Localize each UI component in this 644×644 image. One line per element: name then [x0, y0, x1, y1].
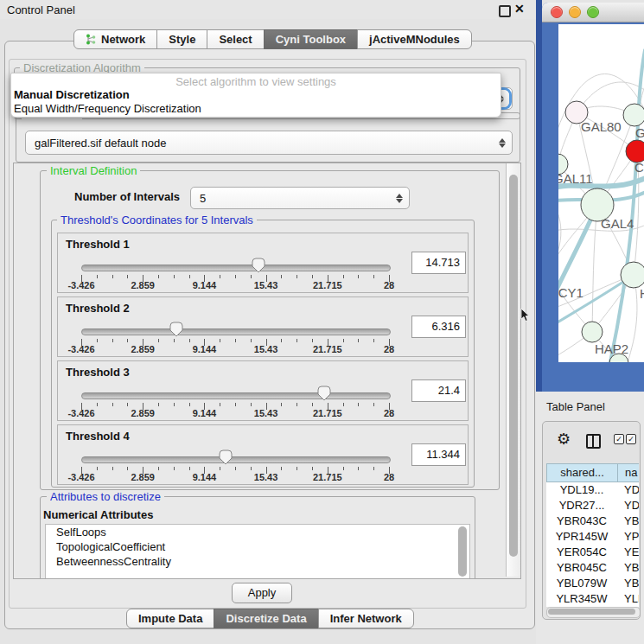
threshold-value-field[interactable]: 6.316	[411, 316, 466, 338]
apply-button[interactable]: Apply	[232, 583, 292, 603]
threshold-value-field[interactable]: 14.713	[411, 252, 466, 274]
tab-infer-network[interactable]: Infer Network	[318, 609, 414, 628]
slider-tick	[343, 403, 344, 406]
tab-discretize-data[interactable]: Discretize Data	[214, 609, 318, 628]
network-canvas[interactable]: GAL80GALCGAL11GAL4GCY1HHAP2	[558, 24, 644, 362]
slider-tick	[158, 403, 159, 406]
gear-icon[interactable]: ⚙	[557, 431, 571, 447]
threshold-slider-track[interactable]	[81, 265, 391, 271]
slider-tick	[281, 467, 282, 470]
table-cell: YER0	[617, 545, 639, 560]
tab-label: Select	[219, 33, 252, 46]
checkbox-icon[interactable]: ✓	[626, 434, 636, 444]
threshold-slider-track[interactable]	[81, 328, 391, 335]
column-view-icon[interactable]	[586, 434, 601, 449]
slider-tick	[97, 275, 98, 278]
slider-tick	[373, 339, 374, 342]
tab-jactivemnodules[interactable]: jActiveMNodules	[357, 29, 472, 49]
numerical-attributes-list[interactable]: SelfLoopsTopologicalCoefficientBetweenne…	[45, 524, 470, 579]
slider-tick	[358, 339, 359, 342]
combo-stepper-icon[interactable]	[496, 138, 508, 148]
attributes-group-title: Attributes to discretize	[47, 490, 164, 503]
close-traffic-light-icon[interactable]	[551, 6, 563, 18]
table-row[interactable]: YDR27...YDR2	[546, 498, 639, 513]
checkbox-icon[interactable]: ✓	[614, 434, 624, 444]
table-row[interactable]: YLR345WYLR3	[546, 591, 639, 607]
algorithm-option[interactable]: Manual Discretization	[14, 88, 130, 101]
combo-stepper-icon[interactable]	[393, 194, 405, 203]
table-horizontal-scrollbar[interactable]	[546, 607, 641, 618]
slider-tick	[97, 339, 98, 342]
threshold-slider-track[interactable]	[81, 392, 391, 399]
threshold-slider-track[interactable]	[81, 456, 391, 463]
scrollbar-thumb[interactable]	[548, 609, 635, 615]
threshold-box: Threshold 3-3.4262.8599.14415.4321.71528…	[57, 360, 469, 421]
slider-tick-label: -3.426	[67, 280, 94, 290]
table-cell: YLR345W	[546, 591, 617, 607]
slider-tick	[373, 467, 374, 470]
slider-tick	[373, 403, 374, 406]
network-edge[interactable]	[558, 197, 561, 274]
zoom-traffic-light-icon[interactable]	[587, 6, 599, 18]
table-cell: YDR2	[617, 498, 639, 513]
slider-tick	[97, 403, 98, 406]
network-edge[interactable]	[592, 205, 597, 332]
table-row[interactable]: YBR045CYBR0	[546, 560, 639, 576]
table-header-cell[interactable]: shared...	[546, 463, 618, 482]
float-window-icon[interactable]	[499, 5, 511, 17]
tab-label: Style	[169, 33, 195, 46]
table-data-combobox[interactable]: galFiltered.sif default node	[25, 131, 513, 155]
network-thick-edge[interactable]	[610, 50, 644, 362]
slider-tick	[174, 275, 175, 278]
slider-tick	[112, 403, 113, 406]
slider-tick	[235, 403, 236, 406]
close-icon[interactable]: ✕	[514, 2, 525, 16]
slider-tick-label: 15.43	[254, 280, 278, 290]
interval-definition-group: Interval Definition Number of Intervals …	[40, 170, 500, 490]
attribute-list-scrollbar[interactable]	[458, 526, 467, 577]
minimize-traffic-light-icon[interactable]	[569, 6, 581, 18]
tab-cyni-toolbox[interactable]: Cyni Toolbox	[264, 29, 358, 49]
network-node[interactable]	[582, 322, 603, 342]
table-row[interactable]: YDL19...YDL1	[546, 482, 639, 498]
attribute-list-item[interactable]: SelfLoops	[46, 525, 469, 539]
tab-network[interactable]: Network	[73, 29, 157, 49]
slider-tick-label: 21.715	[313, 344, 342, 354]
network-graph: GAL80GALCGAL11GAL4GCY1HHAP2	[558, 24, 644, 362]
threshold-slider-knob[interactable]	[219, 450, 233, 465]
threshold-box: Threshold 1-3.4262.8599.14415.4321.71528…	[57, 233, 469, 293]
table-row[interactable]: YPR145WYPR1	[546, 529, 639, 545]
slider-tick	[296, 275, 297, 278]
slider-tick	[189, 403, 190, 406]
algorithm-option[interactable]: Equal Width/Frequency Discretization	[14, 102, 201, 115]
attribute-list-item[interactable]: TopologicalCoefficient	[46, 539, 469, 554]
threshold-value-field[interactable]: 21.4	[411, 379, 466, 402]
table-header-cell[interactable]: na	[618, 463, 639, 482]
tab-style[interactable]: Style	[156, 29, 207, 49]
table-data-combobox-value: galFiltered.sif default node	[26, 137, 496, 150]
tab-impute-data[interactable]: Impute Data	[126, 609, 214, 628]
threshold-slider-knob[interactable]	[252, 258, 265, 273]
threshold-value-field[interactable]: 11.344	[411, 443, 466, 466]
thresholds-group: Threshold's Coordinates for 5 Intervals …	[51, 220, 475, 488]
tab-select[interactable]: Select	[207, 29, 264, 49]
slider-tick	[112, 339, 113, 342]
table-row[interactable]: YBR043CYBR0	[546, 513, 639, 529]
attribute-list-item[interactable]: BetweennessCentrality	[46, 554, 469, 569]
slider-tick-label: 9.144	[193, 280, 217, 290]
algorithm-placeholder-option[interactable]: Select algorithm to view settings	[11, 75, 501, 88]
slider-tick	[174, 403, 175, 406]
column-visibility-icons: ✓ ✓	[614, 434, 636, 444]
settings-vertical-scrollbar[interactable]	[506, 163, 520, 577]
number-of-intervals-combobox[interactable]: 5	[190, 187, 410, 209]
table-row[interactable]: YBL079WYBL0	[546, 576, 639, 591]
network-tab-icon	[86, 34, 96, 45]
slider-tick-label: 2.859	[131, 408, 155, 418]
table-row[interactable]: YER054CYER0	[546, 545, 639, 560]
network-node[interactable]	[623, 104, 644, 126]
network-node[interactable]	[621, 262, 644, 288]
threshold-slider-knob[interactable]	[169, 322, 183, 337]
slider-tick	[127, 275, 128, 278]
scrollbar-thumb[interactable]	[509, 175, 518, 557]
threshold-slider-knob[interactable]	[317, 386, 331, 401]
